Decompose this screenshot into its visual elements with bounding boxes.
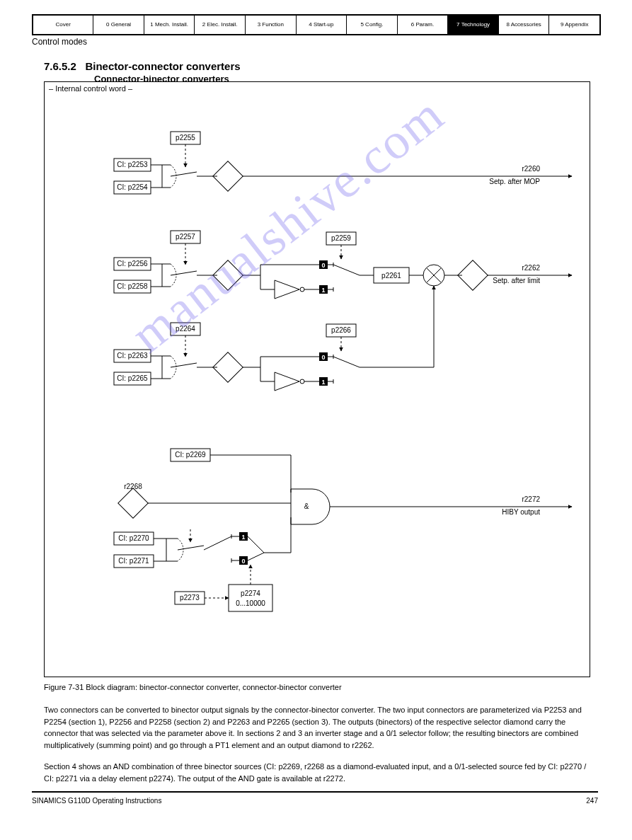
label-in1-3: CI: p2263: [117, 352, 148, 359]
nav-cell-general[interactable]: 0 General: [93, 16, 144, 34]
switch-wiper-4: [248, 536, 264, 553]
nav-cell-startup[interactable]: 4 Start-up: [297, 16, 347, 34]
nav-cell-config[interactable]: 5 Config.: [347, 16, 398, 34]
diamond-out-2: [458, 260, 488, 290]
label-in2-2: CI: p2258: [117, 282, 148, 290]
label-pt1: p2261: [381, 272, 401, 280]
label-out-1: r2260: [522, 165, 540, 173]
diamond-1: [213, 161, 243, 191]
block-diagram: – Internal control word – p2255 CI: p225…: [44, 81, 590, 677]
switch-wiper-1: [171, 172, 197, 176]
chapter-nav: Cover 0 General 1 Mech. Install. 2 Elec.…: [32, 14, 601, 35]
label-sel2-4: p2273: [180, 594, 200, 602]
figure-caption: Figure 7-31 Block diagram: binector-conn…: [44, 683, 342, 691]
body-paragraph-1: Two connectors can be converted to binec…: [44, 704, 589, 751]
label-delay-hint: 0...10000: [236, 599, 265, 607]
nav-cell-cover[interactable]: Cover: [33, 16, 93, 34]
label-sel-3: p2264: [176, 325, 195, 333]
inverter-2-icon: [275, 280, 299, 299]
label-delay-4: p2274: [241, 589, 260, 597]
label-sel-2: p2257: [176, 233, 195, 241]
label-diamond-4: r2268: [124, 483, 142, 490]
diagram-title: – Internal control word –: [49, 84, 132, 93]
nav-cell-param[interactable]: 6 Param.: [398, 16, 449, 34]
footer-left: SINAMICS G110D Operating Instructions: [32, 797, 161, 805]
body-paragraph-2: Section 4 shows an AND combination of th…: [44, 761, 589, 784]
label-in1-1: CI: p2253: [117, 161, 148, 168]
diamond-3: [213, 352, 243, 382]
label-in2-1: CI: p2254: [117, 183, 148, 191]
label-in2-3: CI: p2265: [117, 374, 148, 382]
and-gate-label: &: [304, 502, 309, 510]
label-inv-3: p2266: [331, 326, 351, 334]
label-inv-2: p2259: [331, 234, 351, 242]
nav-cell-function[interactable]: 3 Function: [246, 16, 297, 34]
chip-1-sec3-label: 1: [321, 379, 325, 386]
nav-cell-mech[interactable]: 1 Mech. Install.: [144, 16, 195, 34]
switch-wiper-2: [171, 271, 197, 275]
inverter-3-bubble: [300, 379, 304, 384]
nav-cell-access[interactable]: 8 Accessories: [499, 16, 550, 34]
diamond-4: [118, 488, 148, 518]
chip-0-sec2-label: 0: [321, 262, 325, 269]
switch-wiper-4b: [248, 553, 264, 560]
label-srcb-4: CI: p2271: [118, 557, 149, 565]
chip-1-sec4-label: 1: [241, 534, 245, 541]
section-title-1: Binector-connector converters: [85, 60, 240, 72]
diamond-2: [213, 260, 243, 290]
switch-wiper-4c: [178, 546, 204, 550]
chip-0-sec4-label: 0: [241, 558, 245, 565]
label-out-4: r2272: [522, 495, 540, 503]
chip-0-sec3-label: 0: [321, 354, 325, 361]
switch-wiper-2b: [333, 265, 360, 275]
switch-wiper-3b: [333, 357, 360, 367]
chip-1-sec2-label: 1: [321, 287, 325, 294]
label-srca-4: CI: p2270: [118, 534, 149, 542]
block-diagram-svg: p2255 CI: p2253 CI: p2254 r2260 Setp. af…: [45, 82, 590, 677]
and-gate-icon: [291, 489, 330, 524]
label-out-4b: HIBY output: [502, 508, 540, 516]
section-number: 7.6.5.2: [44, 60, 76, 72]
page-footer: SINAMICS G110D Operating Instructions 24…: [32, 791, 598, 805]
inverter-2-bubble: [300, 287, 304, 292]
label-topsrc-4: CI: p2269: [175, 451, 206, 459]
label-out-2b: Setp. after limit: [493, 277, 540, 284]
delay-block: [229, 585, 272, 611]
nav-cell-appendix[interactable]: 9 Appendix: [549, 16, 599, 34]
page: Cover 0 General 1 Mech. Install. 2 Elec.…: [0, 0, 632, 840]
switch-wiper-3: [171, 363, 197, 367]
wire-4dsw: [204, 536, 231, 550]
label-out-1b: Setp. after MOP: [489, 178, 540, 185]
label-in1-2: CI: p2256: [117, 260, 148, 267]
label-sel-1: p2255: [176, 134, 195, 142]
section-heading: 7.6.5.2 Binector-connector converters: [44, 60, 241, 72]
nav-cell-elec[interactable]: 2 Elec. Install.: [195, 16, 246, 34]
label-out-2: r2262: [522, 264, 540, 272]
footer-right: 247: [586, 797, 598, 805]
inverter-3-icon: [275, 372, 299, 391]
nav-cell-technology[interactable]: 7 Technology: [448, 16, 499, 34]
page-title: Control modes: [32, 37, 87, 47]
